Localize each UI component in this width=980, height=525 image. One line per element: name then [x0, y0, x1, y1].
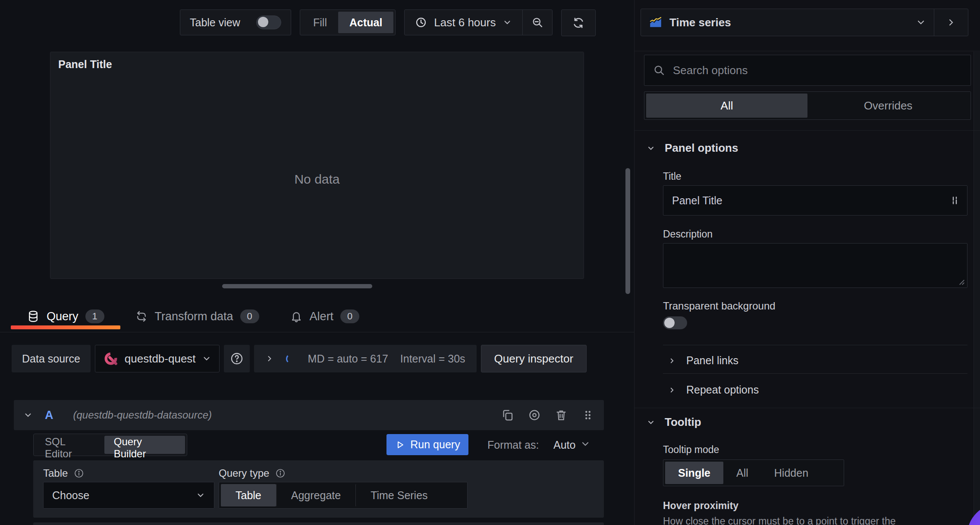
- horizontal-scrollbar[interactable]: [222, 284, 372, 288]
- tooltip-mode-label: Tooltip mode: [663, 444, 719, 456]
- collapse-pane-button[interactable]: [934, 9, 968, 36]
- tab-transform-data[interactable]: Transform data 0: [135, 309, 259, 323]
- divider: [663, 345, 967, 345]
- transparent-background-label: Transparent background: [663, 300, 776, 312]
- max-data-points: MD = auto = 617: [308, 353, 388, 365]
- panel-preview-title[interactable]: Panel Title: [58, 58, 112, 71]
- panel-preview: Panel Title No data: [50, 52, 584, 279]
- query-builder-mode[interactable]: Query Builder: [104, 436, 185, 454]
- chevron-down-icon: [202, 354, 211, 363]
- description-label: Description: [663, 228, 713, 240]
- run-query-button[interactable]: Run query: [386, 434, 468, 455]
- main-column: Table view Fill Actual Last 6 hours: [0, 0, 634, 525]
- vertical-scrollbar[interactable]: [625, 168, 630, 294]
- options-scrollbar-gutter[interactable]: [974, 52, 980, 525]
- trash-icon[interactable]: [555, 409, 568, 422]
- pane-divider: [634, 130, 980, 131]
- query-type-time-series[interactable]: Time Series: [355, 484, 442, 506]
- options-filter-tabs: All Overrides: [644, 91, 971, 120]
- info-icon[interactable]: [74, 468, 84, 478]
- divider: [663, 373, 967, 374]
- chevron-right-icon: [668, 386, 676, 394]
- repeat-options-label: Repeat options: [686, 384, 759, 396]
- datasource-bar: Data source questdb-quest: [12, 345, 587, 372]
- search-options-input[interactable]: [672, 63, 962, 78]
- visualization-picker[interactable]: Time series: [641, 9, 968, 36]
- query-type-aggregate[interactable]: Aggregate: [276, 484, 355, 506]
- filter-tab-all[interactable]: All: [646, 94, 807, 118]
- duplicate-icon[interactable]: [501, 409, 514, 422]
- datasource-picker[interactable]: questdb-quest: [95, 345, 220, 372]
- datasource-label: Data source: [12, 345, 91, 372]
- tab-alert[interactable]: Alert 0: [290, 309, 360, 323]
- chevron-down-icon: [196, 491, 205, 500]
- time-range-group: Last 6 hours: [404, 9, 553, 35]
- fill-actual-switch: Fill Actual: [300, 9, 396, 35]
- tab-query-count: 1: [85, 309, 104, 323]
- search-options-box[interactable]: [644, 55, 971, 86]
- tooltip-mode-single[interactable]: Single: [665, 462, 723, 484]
- search-icon: [653, 64, 665, 76]
- tab-query[interactable]: Query 1: [27, 309, 104, 323]
- toggle-knob: [258, 17, 268, 27]
- sql-editor-mode[interactable]: SQL Editor: [35, 436, 104, 454]
- tab-alert-label: Alert: [310, 310, 334, 323]
- table-field-label: Table: [43, 467, 84, 479]
- table-view-control[interactable]: Table view: [180, 9, 291, 35]
- description-textarea[interactable]: [663, 243, 967, 288]
- chevron-down-icon: [916, 17, 926, 28]
- query-type-label-text: Query type: [219, 467, 269, 479]
- zoom-out-button[interactable]: [523, 10, 552, 35]
- query-type-field-label: Query type: [219, 467, 286, 479]
- panel-options-heading: Panel options: [665, 141, 738, 155]
- panel-title-input[interactable]: [663, 194, 950, 207]
- tab-transform-count: 0: [240, 309, 259, 323]
- fill-option[interactable]: Fill: [302, 12, 338, 33]
- format-as-value[interactable]: Auto: [553, 439, 575, 451]
- tooltip-heading: Tooltip: [665, 416, 701, 429]
- time-range-picker[interactable]: Last 6 hours: [405, 10, 522, 35]
- active-tab-underline: [11, 325, 120, 329]
- loading-spinner-icon: [286, 354, 296, 364]
- visualization-current[interactable]: Time series: [641, 9, 934, 36]
- query-type-table[interactable]: Table: [221, 484, 276, 506]
- zoom-out-icon: [531, 16, 543, 28]
- query-options-row[interactable]: MD = auto = 617 Interval = 30s: [254, 345, 477, 372]
- collapse-chevron-icon[interactable]: [23, 410, 33, 420]
- bell-icon: [290, 310, 303, 323]
- repeat-options-row[interactable]: Repeat options: [668, 384, 759, 396]
- format-as-label: Format as:: [487, 439, 539, 451]
- clock-icon: [415, 16, 427, 28]
- filter-tab-overrides[interactable]: Overrides: [807, 94, 969, 118]
- eye-icon[interactable]: [528, 409, 541, 422]
- refresh-button[interactable]: [561, 9, 596, 36]
- tooltip-header[interactable]: Tooltip: [647, 416, 701, 429]
- table-view-toggle[interactable]: [256, 16, 281, 29]
- questdb-logo-icon: [103, 351, 119, 366]
- datasource-help-button[interactable]: [224, 345, 250, 372]
- query-inspector-button[interactable]: Query inspector: [481, 345, 587, 372]
- data-link-suggestions-icon[interactable]: [950, 195, 967, 206]
- actual-option[interactable]: Actual: [338, 12, 393, 33]
- chevron-down-icon: [503, 18, 512, 27]
- database-icon: [27, 310, 40, 323]
- hover-proximity-label: Hover proximity: [663, 500, 738, 512]
- no-data-message: No data: [50, 172, 584, 187]
- table-select[interactable]: Choose: [43, 482, 214, 509]
- query-row-header[interactable]: A (questdb-questdb-datasource): [14, 400, 604, 430]
- panel-links-row[interactable]: Panel links: [668, 354, 738, 367]
- panel-options-header[interactable]: Panel options: [647, 141, 738, 155]
- panel-title-field: [663, 185, 967, 216]
- panel-links-label: Panel links: [686, 354, 738, 367]
- query-builder-card: Table Choose Query type Table Aggregate: [33, 460, 604, 518]
- resize-handle-icon[interactable]: [958, 279, 965, 286]
- tab-transform-label: Transform data: [155, 310, 233, 323]
- info-icon[interactable]: [275, 468, 286, 478]
- chevron-down-icon: [647, 144, 655, 153]
- next-card-edge: [33, 522, 604, 525]
- chevron-down-icon[interactable]: [580, 439, 591, 449]
- tooltip-mode-all[interactable]: All: [723, 462, 761, 484]
- transparent-background-toggle[interactable]: [663, 316, 687, 329]
- tooltip-mode-hidden[interactable]: Hidden: [761, 462, 821, 484]
- drag-handle-icon[interactable]: [581, 409, 594, 422]
